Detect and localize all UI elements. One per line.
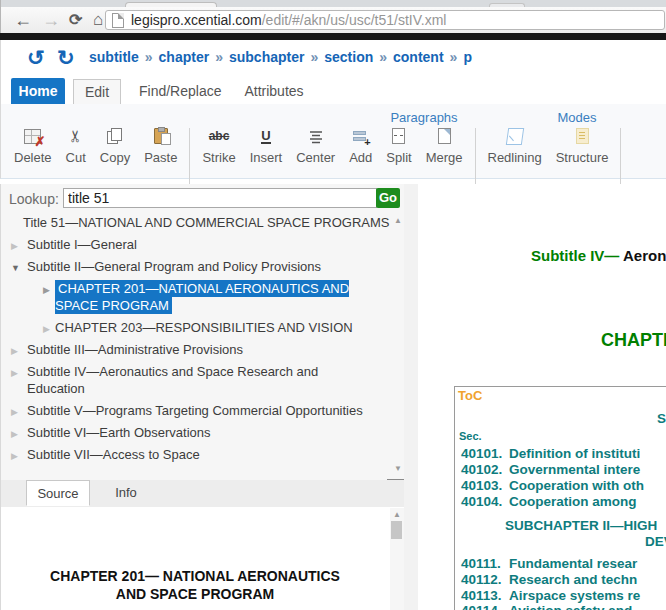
back-icon[interactable]: ← [14,8,32,32]
source-scrollbar-thumb[interactable] [391,521,402,539]
split-button[interactable]: Split [379,126,418,165]
tree-item-subtitle3[interactable]: ▶Subtitle III—Administrative Provisions [3,341,391,358]
tree-item-subtitle6[interactable]: ▶Subtitle VI—Earth Observations [3,424,391,441]
undo-icon[interactable]: ↺ [27,43,45,73]
lookup-input[interactable] [63,188,377,208]
breadcrumb-separator: » [310,49,318,65]
structure-button[interactable]: Structure [549,126,616,165]
navigator-panel: Lookup: Go Title 51—NATIONAL AND COMMERC… [0,184,405,610]
center-button[interactable]: Center [289,126,342,165]
tree-item-subtitle4[interactable]: ▶Subtitle IV—Aeronautics and Space Resea… [3,363,357,397]
breadcrumb-bar: ↺ ↻ subtitle»chapter»subchapter»section»… [0,40,666,76]
tree-item-chapter201-selected[interactable]: ▶CHAPTER 201—NATIONAL AERONAUTICS AND SP… [3,280,391,314]
tree-item-chapter203[interactable]: ▶CHAPTER 203—RESPONSIBILITIES AND VISION [3,319,391,336]
subtitle-heading: Subtitle IV— Aerona [531,247,666,264]
breadcrumb-content[interactable]: content [393,49,444,65]
chevron-right-icon[interactable]: ▶ [11,426,18,443]
chevron-right-icon[interactable]: ▶ [43,321,50,338]
breadcrumb-separator: » [215,49,223,65]
tree-item-subtitle7[interactable]: ▶Subtitle VII—Access to Space [3,446,391,463]
insert-button[interactable]: U Insert [243,126,290,165]
forward-icon[interactable]: → [42,8,60,32]
source-scrollbar[interactable]: ▲ [390,508,404,610]
go-button[interactable]: Go [376,188,400,208]
toc-tag-label: ToC [458,388,482,403]
panel-divider [404,184,418,610]
chrome-page-divider [0,33,666,40]
chevron-right-icon[interactable]: ▶ [11,238,18,255]
clipboard-icon [154,128,168,144]
breadcrumb-subtitle[interactable]: subtitle [89,49,139,65]
url-text: legispro.xcential.com/edit/#/akn/us/usc/… [131,12,446,28]
toc-subchapter2-heading-line2: DEV [645,534,666,549]
home-icon[interactable]: ⌂ [93,8,103,32]
delete-button[interactable]: ✗ Delete [7,126,59,165]
breadcrumb-subchapter[interactable]: subchapter [229,49,304,65]
add-paragraph-button[interactable]: + Add [342,126,379,165]
merge-button[interactable]: Merge [419,126,470,165]
browser-tab-strip [0,0,666,7]
ribbon-tab-row: Home Edit Find/Replace Attributes [0,76,666,104]
ribbon-separator [189,128,190,186]
scissors-icon: ✂ [68,129,84,142]
chevron-right-icon[interactable]: ▶ [43,282,50,299]
toc-sec-label: Sec. [459,430,482,442]
breadcrumb-separator: » [145,49,153,65]
tree-item-subtitle1[interactable]: ▶Subtitle I—General [3,236,391,253]
chevron-right-icon[interactable]: ▶ [11,343,18,360]
paste-button[interactable]: Paste [137,126,184,165]
redo-icon[interactable]: ↻ [57,43,75,73]
redlining-button[interactable]: Redlining [481,126,549,165]
breadcrumb: subtitle»chapter»subchapter»section»cont… [89,49,472,65]
tree-item-subtitle2[interactable]: ▼Subtitle II—General Program and Policy … [3,258,391,275]
source-scroll-up-icon[interactable]: ▲ [393,510,401,519]
split-paragraph-icon [392,128,405,144]
toc-entry: 40103.Cooperation with oth [461,478,644,493]
url-host: legispro.xcential.com [131,12,262,28]
tab-info[interactable]: Info [101,480,151,506]
strikethrough-icon: abc [209,129,230,143]
tree-item-subtitle5[interactable]: ▶Subtitle V—Programs Targeting Commercia… [3,402,391,419]
tab-source[interactable]: Source [26,480,90,506]
tab-find-replace[interactable]: Find/Replace [139,78,219,104]
page-icon [112,13,124,28]
breadcrumb-p[interactable]: p [463,49,472,65]
breadcrumb-chapter[interactable]: chapter [159,49,210,65]
tab-home[interactable]: Home [11,78,65,104]
copy-button[interactable]: Copy [93,126,137,165]
source-preview-panel: CHAPTER 201— NATIONAL AERONAUTICS AND SP… [1,507,405,610]
tree-scroll-down-icon[interactable]: ▼ [394,464,402,473]
cut-button[interactable]: ✂ Cut [59,126,93,165]
group-label-modes: Modes [517,110,637,125]
toc-entry: 40104.Cooperation among [461,494,637,509]
tab-attributes[interactable]: Attributes [244,78,304,104]
toc-entry: 40114.Aviation safety and [461,603,632,610]
delete-table-icon: ✗ [24,129,41,144]
toc-entry: 40113.Airspace systems re [461,588,640,603]
redlining-icon [505,128,523,145]
ribbon-separator [475,128,476,186]
chevron-right-icon[interactable]: ▶ [11,448,18,465]
merge-paragraph-icon [438,128,451,144]
tab-edit[interactable]: Edit [73,79,121,104]
breadcrumb-section[interactable]: section [324,49,373,65]
strike-button[interactable]: abc Strike [195,126,242,165]
document-editor-panel: Subtitle IV— Aerona CHAPTE ToC SU Sec. 4… [418,184,666,610]
tree-item-title51[interactable]: Title 51—NATIONAL AND COMMERCIAL SPACE P… [3,214,391,231]
chevron-right-icon[interactable]: ▶ [11,404,18,421]
bottom-panel-tab-bar: Source Info [1,480,405,508]
document-tree: Title 51—NATIONAL AND COMMERCIAL SPACE P… [3,214,391,468]
chevron-right-icon[interactable]: ▶ [11,365,18,382]
chapter-heading: CHAPTE [601,330,666,351]
align-center-icon [308,129,324,144]
chevron-down-icon[interactable]: ▼ [11,260,20,277]
tree-scroll-up-icon[interactable]: ▲ [394,216,402,225]
ribbon-toolbar: Paragraphs Modes ✗ Delete ✂ Cut Copy Pas… [0,104,666,179]
ribbon-separator [620,128,621,186]
breadcrumb-separator: » [450,49,458,65]
refresh-icon[interactable]: ⟳ [69,8,82,32]
address-bar[interactable]: legispro.xcential.com/edit/#/akn/us/usc/… [105,10,665,30]
breadcrumb-separator: » [379,49,387,65]
browser-toolbar: ← → ⟳ ⌂ legispro.xcential.com/edit/#/akn… [0,7,666,33]
toc-entry: 40101.Definition of instituti [461,446,640,461]
